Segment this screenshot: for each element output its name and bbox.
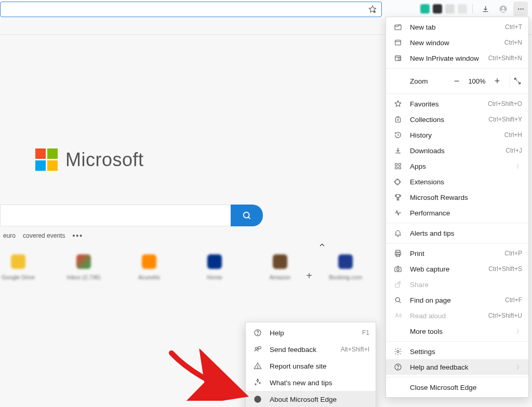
search-icon — [393, 296, 403, 304]
svg-point-20 — [397, 268, 400, 271]
menu-apps[interactable]: Apps 〉 — [386, 158, 528, 174]
menu-history[interactable]: History Ctrl+H — [386, 127, 528, 143]
menu-new-window[interactable]: New window Ctrl+N — [386, 35, 528, 50]
quick-link[interactable]: Google Drive — [0, 254, 36, 280]
help-icon — [253, 329, 262, 337]
extension-icon[interactable] — [445, 4, 455, 13]
menu-downloads[interactable]: Downloads Ctrl+J — [386, 143, 528, 158]
read-aloud-icon — [393, 311, 403, 320]
svg-point-6 — [244, 212, 249, 218]
svg-point-27 — [257, 334, 258, 335]
print-icon — [393, 249, 403, 257]
svg-rect-7 — [395, 25, 401, 30]
svg-point-22 — [395, 297, 400, 302]
pulse-icon — [393, 209, 403, 217]
tab-icon — [393, 23, 403, 31]
extension-icon[interactable] — [433, 4, 442, 13]
edge-icon — [253, 395, 262, 403]
help-item-send-feedback[interactable]: Send feedback Alt+Shift+I — [246, 341, 376, 358]
camera-icon — [393, 265, 403, 273]
more-icon[interactable]: ••• — [72, 232, 83, 240]
help-item-report-unsafe[interactable]: Report unsafe site — [246, 358, 376, 374]
star-icon — [393, 100, 403, 108]
svg-point-25 — [397, 369, 398, 369]
menu-alerts[interactable]: Alerts and tips — [386, 225, 528, 241]
collapse-quicklinks-button[interactable] — [316, 239, 328, 251]
menu-settings[interactable]: Settings — [386, 344, 528, 359]
trophy-icon — [393, 193, 403, 201]
help-item-about-edge[interactable]: About Microsoft Edge — [246, 391, 376, 407]
fullscreen-button[interactable] — [510, 74, 524, 88]
zoom-out-button[interactable]: − — [449, 74, 464, 88]
menu-share: Share — [386, 277, 528, 292]
warning-icon — [253, 362, 262, 370]
extension-icon[interactable] — [420, 4, 430, 13]
zoom-in-button[interactable]: + — [490, 74, 504, 88]
profile-button[interactable] — [496, 2, 510, 16]
search-input[interactable] — [0, 205, 231, 226]
settings-menu: New tab Ctrl+T New window Ctrl+N New InP… — [385, 17, 529, 398]
settings-and-more-button[interactable] — [513, 2, 528, 16]
menu-new-tab[interactable]: New tab Ctrl+T — [386, 19, 528, 35]
history-icon — [393, 131, 403, 139]
microsoft-logo-icon — [35, 148, 58, 171]
svg-point-4 — [520, 8, 521, 9]
svg-rect-21 — [395, 284, 400, 288]
svg-rect-14 — [395, 167, 397, 169]
microsoft-logo: Microsoft — [35, 148, 144, 171]
zoom-label: Zoom — [410, 77, 447, 85]
share-icon — [393, 280, 403, 289]
sparkle-icon — [253, 378, 262, 387]
svg-rect-10 — [398, 57, 401, 61]
favorite-star-icon[interactable] — [368, 5, 377, 14]
quick-link[interactable]: Inbox (2,736) — [65, 254, 102, 280]
menu-more-tools[interactable]: More tools 〉 — [386, 323, 528, 339]
quick-link[interactable]: Amazon — [262, 254, 298, 280]
extensions-icon — [393, 178, 403, 186]
menu-favorites[interactable]: Favorites Ctrl+Shift+O — [386, 96, 528, 112]
help-submenu: Help F1 Send feedback Alt+Shift+I Report… — [245, 322, 376, 407]
svg-point-5 — [522, 8, 523, 9]
menu-extensions[interactable]: Extensions — [386, 174, 528, 189]
menu-close-edge[interactable]: Close Microsoft Edge — [386, 379, 528, 395]
microsoft-logo-text: Microsoft — [65, 149, 144, 171]
menu-find[interactable]: Find on page Ctrl+F — [386, 292, 528, 308]
toolbar — [0, 0, 532, 18]
trending-term[interactable]: euro — [3, 232, 16, 239]
trending-term[interactable]: covered events — [23, 232, 65, 239]
bell-icon — [393, 229, 403, 237]
menu-rewards[interactable]: Microsoft Rewards — [386, 189, 528, 205]
window-icon — [393, 38, 403, 47]
chevron-right-icon: 〉 — [516, 162, 522, 170]
menu-read-aloud: Read aloud Ctrl+Shift+U — [386, 308, 528, 323]
extension-icon[interactable] — [458, 4, 467, 13]
menu-new-inprivate[interactable]: New InPrivate window Ctrl+Shift+N — [386, 50, 528, 66]
help-item-whats-new[interactable]: What's new and tips — [246, 374, 376, 391]
downloads-button[interactable] — [478, 2, 493, 16]
svg-rect-8 — [395, 40, 401, 45]
menu-web-capture[interactable]: Web capture Ctrl+Shift+S — [386, 261, 528, 277]
svg-rect-12 — [395, 164, 397, 166]
menu-collections[interactable]: Collections Ctrl+Shift+Y — [386, 112, 528, 127]
annotation-arrow — [166, 349, 249, 401]
menu-print[interactable]: Print Ctrl+P — [386, 246, 528, 261]
add-quick-link-button[interactable]: + — [301, 268, 317, 283]
address-bar[interactable] — [0, 2, 382, 17]
svg-rect-15 — [398, 167, 401, 169]
menu-help-and-feedback[interactable]: Help and feedback 〉 — [386, 359, 528, 375]
ntp-search — [0, 205, 263, 226]
svg-rect-29 — [258, 347, 261, 349]
quick-link[interactable]: Home — [196, 254, 233, 280]
menu-performance[interactable]: Performance — [386, 205, 528, 221]
zoom-value: 100% — [466, 77, 488, 85]
svg-rect-19 — [395, 267, 401, 272]
help-item-help[interactable]: Help F1 — [246, 324, 376, 341]
search-button[interactable] — [231, 205, 263, 226]
svg-rect-16 — [396, 250, 400, 252]
svg-rect-13 — [398, 164, 401, 166]
svg-point-3 — [518, 8, 519, 9]
quick-link[interactable]: Booking.com — [327, 254, 364, 280]
chevron-right-icon: 〉 — [516, 328, 522, 335]
download-icon — [393, 146, 403, 155]
quick-link[interactable]: Acunetix — [131, 254, 167, 280]
